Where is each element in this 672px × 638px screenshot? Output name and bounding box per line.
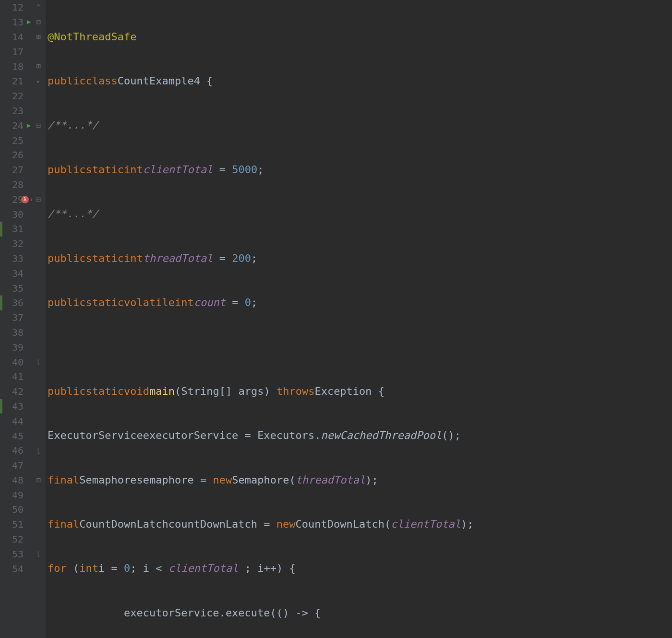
gutter-line[interactable]: 35 [0,281,46,295]
gutter-line[interactable]: 21▸ [0,74,46,89]
line-number: 50 [8,503,24,516]
gutter-line[interactable]: 53⌊ [0,546,46,561]
gutter-line[interactable]: 12⌃ [0,0,46,15]
run-icon[interactable]: ▶ [24,121,33,130]
expand-icon[interactable]: ⊞ [34,32,43,42]
change-marker [0,295,2,310]
gutter-line[interactable]: 52 [0,532,46,547]
gutter-line[interactable]: 46⌊ [0,443,46,458]
code-line[interactable]: public static void main(String[] args) t… [48,384,672,399]
line-number: 31 [8,222,24,236]
line-number: 21 [8,74,24,88]
gutter-line[interactable]: 48⊟ [0,473,46,488]
line-number: 43 [8,400,24,413]
gutter-line[interactable]: 14⊞ [0,30,46,45]
gutter-line[interactable]: 43 [0,399,46,414]
gutter-line[interactable]: 39 [0,340,46,354]
gutter-line[interactable]: 42 [0,384,46,399]
line-number: 36 [8,296,24,309]
gutter-line[interactable]: 54 [0,561,46,576]
gutter-line[interactable]: 37 [0,310,46,325]
gutter-line[interactable]: 28 [0,177,46,192]
gutter-line[interactable]: 47 [0,458,46,473]
gutter-line[interactable]: 49 [0,487,46,502]
line-number: 48 [8,473,24,487]
expand-icon[interactable]: ⊞ [34,61,43,71]
gutter-line[interactable]: 22 [0,89,46,104]
line-number: 52 [8,532,24,546]
code-line[interactable]: final Semaphore semaphore = new Semaphor… [48,473,672,488]
gutter-line[interactable]: 26 [0,148,46,163]
fold-icon[interactable]: ⊟ [34,194,43,205]
line-number: 53 [8,547,24,561]
line-number: 42 [8,385,24,398]
annotation: @NotThreadSafe [48,30,136,45]
gutter-line[interactable]: 31 [0,222,46,236]
code-line[interactable]: ExecutorService executorService = Execut… [48,428,672,443]
gutter-line[interactable]: 36 [0,295,46,310]
gutter-line[interactable]: 25 [0,133,46,148]
fold-end-icon[interactable]: ⌊ [34,446,43,456]
fold-end-icon[interactable]: ⌊ [34,357,43,367]
line-number: 24 [8,119,24,132]
gutter-line[interactable]: 38 [0,325,46,340]
code-line[interactable]: executorService.execute(() -> { [48,606,672,621]
editor-gutter: 12⌃ 13▶⊟ 14⊞ 17 18⊞ 21▸ 22 23 24▶⊟ 25 26… [0,0,46,638]
gutter-line[interactable]: 13▶⊟ [0,15,46,30]
line-number: 45 [8,429,24,443]
gutter-line[interactable]: λ↑29⊟ [0,192,46,207]
run-icon[interactable]: ▶ [24,17,33,27]
change-marker [0,222,2,236]
gutter-line[interactable]: 27 [0,163,46,177]
line-number: 23 [8,104,24,118]
line-number: 38 [8,326,24,339]
line-number: 46 [8,444,24,457]
code-line[interactable]: public static volatile int count = 0; [48,295,672,310]
gutter-line[interactable]: 34 [0,266,46,281]
fold-icon[interactable]: ⌃ [34,2,43,12]
line-number: 44 [8,414,24,428]
code-line[interactable]: public static int clientTotal = 5000; [48,163,672,177]
fold-end-icon[interactable]: ⌊ [34,549,43,559]
gutter-line[interactable]: 23 [0,104,46,118]
line-number: 27 [8,163,24,177]
gutter-line[interactable]: 41 [0,369,46,384]
code-line[interactable]: /**...*/ [48,207,672,222]
line-number: 40 [8,355,24,369]
gutter-line[interactable]: 44 [0,414,46,428]
code-line[interactable]: public static int threadTotal = 200; [48,251,672,266]
gutter-line[interactable]: 32 [0,236,46,251]
line-number: 51 [8,518,24,531]
gutter-line[interactable]: 51 [0,517,46,532]
line-number: 12 [8,0,24,14]
lambda-arrow-icon: ↑ [30,196,33,203]
code-line[interactable]: for (int i = 0; i < clientTotal ; i++) { [48,561,672,576]
line-number: 35 [8,282,24,295]
code-line[interactable]: /**...*/ [48,118,672,133]
change-marker [0,399,2,414]
code-line[interactable] [48,340,672,354]
fold-icon[interactable]: ⊟ [34,120,43,131]
lambda-icon[interactable]: λ [21,196,29,203]
line-number: 14 [8,30,24,44]
code-line[interactable]: @NotThreadSafe [48,30,672,45]
line-number: 37 [8,311,24,324]
line-number: 30 [8,208,24,221]
gutter-line[interactable]: 33 [0,251,46,266]
line-number: 26 [8,148,24,162]
gutter-line[interactable]: 40⌊ [0,354,46,369]
code-line[interactable]: final CountDownLatch countDownLatch = ne… [48,517,672,532]
gutter-line[interactable]: 18⊞ [0,59,46,74]
gutter-line[interactable]: 50 [0,502,46,517]
fold-icon[interactable]: ⊟ [34,475,43,485]
code-line[interactable]: public class CountExample4 { [48,74,672,89]
line-number: 17 [8,45,24,59]
fold-icon[interactable]: ⊟ [34,17,43,27]
gutter-line[interactable]: 30 [0,207,46,222]
line-number: 13 [8,15,24,29]
gutter-line[interactable]: 24▶⊟ [0,118,46,133]
line-number: 39 [8,341,24,354]
code-editor[interactable]: @NotThreadSafe public class CountExample… [46,0,672,638]
gutter-line[interactable]: 45 [0,428,46,443]
gutter-line[interactable]: 17 [0,44,46,59]
